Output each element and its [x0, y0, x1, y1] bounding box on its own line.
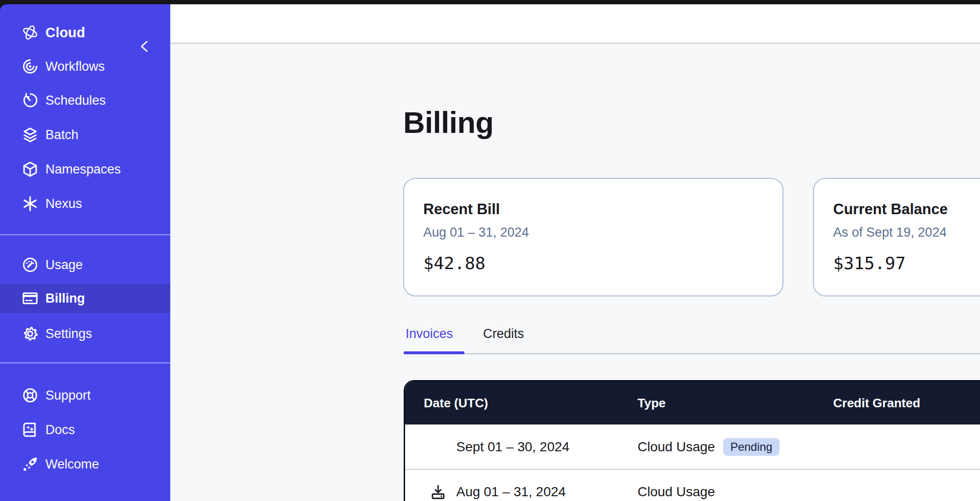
sidebar-item-label: Usage — [45, 258, 83, 272]
sidebar-item-label: Nexus — [45, 196, 82, 211]
sidebar-divider — [0, 234, 170, 235]
current-balance-as-of: As of Sept 19, 2024 — [833, 225, 980, 240]
workflows-icon — [21, 57, 39, 76]
recent-bill-period: Aug 01 – 31, 2024 — [423, 225, 763, 240]
sidebar: Cloud Workflows — [0, 4, 170, 501]
settings-gear-icon — [21, 325, 39, 343]
sidebar-item-namespaces[interactable]: Namespaces — [0, 155, 170, 183]
sidebar-header: Cloud — [0, 19, 170, 46]
recent-bill-title: Recent Bill — [423, 201, 763, 218]
nexus-asterisk-icon — [21, 195, 39, 213]
column-header-date: Date (UTC) — [424, 396, 488, 411]
sidebar-item-label: Namespaces — [45, 162, 121, 177]
collapse-sidebar-icon[interactable] — [138, 39, 151, 54]
status-badge: Pending — [723, 438, 780, 456]
recent-bill-amount: $42.88 — [423, 253, 763, 273]
current-balance-card: Current Balance As of Sept 19, 2024 $315… — [813, 178, 980, 296]
download-invoice-icon[interactable] — [429, 483, 447, 501]
welcome-rocket-icon — [21, 455, 39, 473]
sidebar-item-label: Schedules — [45, 93, 106, 108]
invoice-type-label: Cloud Usage — [638, 484, 715, 500]
sidebar-item-billing[interactable]: Billing — [0, 283, 170, 313]
sidebar-item-label: Workflows — [45, 59, 105, 74]
sidebar-item-workflows[interactable]: Workflows — [0, 53, 170, 80]
tab-credits[interactable]: Credits — [483, 327, 524, 341]
tabs-baseline — [404, 353, 980, 354]
invoice-type: Cloud Usage Pending — [638, 438, 780, 456]
sidebar-item-docs[interactable]: Docs — [0, 416, 170, 444]
page-title: Billing — [403, 105, 494, 140]
sidebar-divider — [0, 362, 170, 363]
sidebar-title: Cloud — [45, 25, 85, 41]
sidebar-item-batch[interactable]: Batch — [0, 121, 170, 149]
sidebar-item-label: Batch — [45, 128, 78, 142]
namespaces-cube-icon — [21, 160, 39, 178]
schedules-icon — [21, 91, 39, 109]
sidebar-item-support[interactable]: Support — [0, 381, 170, 409]
sidebar-item-label: Welcome — [45, 457, 99, 472]
table-header: Date (UTC) Type Credit Granted — [405, 381, 980, 425]
current-balance-amount: $315.97 — [833, 253, 980, 273]
main-content: Billing Recent Bill Aug 01 – 31, 2024 $4… — [170, 4, 980, 501]
sidebar-item-label: Billing — [45, 291, 85, 306]
sidebar-item-schedules[interactable]: Schedules — [0, 87, 170, 114]
sidebar-item-label: Docs — [45, 423, 75, 437]
top-bar — [170, 4, 980, 44]
docs-book-icon — [21, 421, 39, 439]
sidebar-item-settings[interactable]: Settings — [0, 320, 170, 348]
recent-bill-card: Recent Bill Aug 01 – 31, 2024 $42.88 — [403, 178, 783, 296]
sidebar-item-welcome[interactable]: Welcome — [0, 450, 170, 478]
tab-invoices[interactable]: Invoices — [406, 327, 453, 341]
sidebar-item-label: Support — [45, 388, 91, 403]
invoice-type-label: Cloud Usage — [638, 439, 715, 455]
table-row: Sept 01 – 30, 2024 Cloud Usage Pending — [405, 425, 980, 469]
billing-card-icon — [21, 289, 39, 307]
table-row: Aug 01 – 31, 2024 Cloud Usage — [405, 469, 980, 501]
usage-gauge-icon — [21, 256, 39, 274]
temporal-cloud-logo-icon — [21, 23, 39, 42]
active-tab-indicator — [404, 351, 464, 354]
column-header-credit: Credit Granted — [833, 396, 920, 411]
sidebar-item-label: Settings — [45, 327, 92, 341]
current-balance-title: Current Balance — [833, 201, 980, 218]
support-lifebuoy-icon — [21, 386, 39, 404]
app-window: Cloud Workflows — [0, 0, 980, 501]
sidebar-item-usage[interactable]: Usage — [0, 251, 170, 279]
invoice-type: Cloud Usage — [638, 484, 715, 500]
invoice-date: Aug 01 – 31, 2024 — [456, 484, 566, 500]
sidebar-item-nexus[interactable]: Nexus — [0, 190, 170, 218]
invoices-table: Date (UTC) Type Credit Granted Sept 01 –… — [404, 380, 980, 501]
batch-layers-icon — [21, 126, 39, 144]
column-header-type: Type — [638, 396, 666, 411]
invoice-date: Sept 01 – 30, 2024 — [456, 439, 570, 455]
